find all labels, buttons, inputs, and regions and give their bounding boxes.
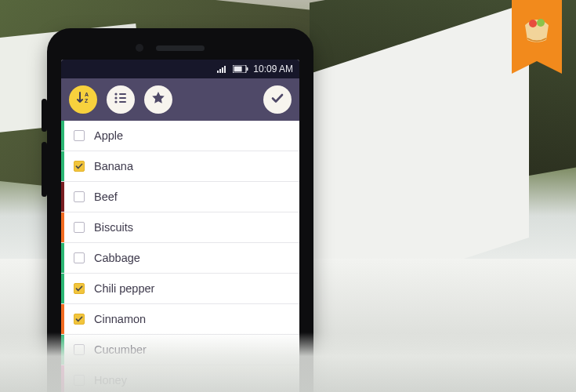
svg-rect-2 (217, 71, 219, 73)
phone-speaker (156, 45, 205, 51)
sort-az-icon: AZ (75, 90, 91, 109)
item-label: Beef (94, 191, 299, 203)
favorites-button[interactable] (144, 85, 172, 114)
confirm-button[interactable] (263, 85, 292, 114)
list-item[interactable]: Apple (61, 121, 299, 151)
status-time: 10:09 AM (253, 64, 293, 74)
item-label: Cinnamon (94, 313, 299, 325)
list-icon (113, 90, 129, 109)
category-color-bar (61, 335, 64, 365)
phone-sensor (136, 44, 143, 52)
status-bar: 10:09 AM (61, 60, 299, 78)
item-checkbox[interactable] (74, 283, 85, 294)
battery-icon (233, 65, 248, 73)
item-checkbox[interactable] (74, 344, 85, 355)
item-checkbox[interactable] (74, 375, 85, 386)
category-color-bar (61, 243, 64, 273)
star-icon (150, 90, 166, 109)
item-label: Biscuits (94, 221, 299, 234)
category-color-bar (61, 182, 64, 212)
phone-screen: 10:09 AM AZ AppleBananaBeefBiscuitsCabba… (61, 60, 299, 392)
svg-rect-4 (222, 67, 223, 73)
svg-rect-3 (219, 69, 221, 73)
item-label: Banana (94, 160, 299, 172)
check-icon (270, 90, 285, 109)
svg-point-12 (114, 96, 117, 99)
promo-scene: 10:09 AM AZ AppleBananaBeefBiscuitsCabba… (0, 0, 576, 392)
category-color-bar (61, 151, 64, 181)
list-item[interactable]: Cucumber (61, 335, 299, 365)
list-item[interactable]: Biscuits (61, 212, 299, 243)
item-checkbox[interactable] (74, 222, 85, 233)
item-checkbox[interactable] (74, 191, 85, 202)
item-checkbox[interactable] (74, 161, 85, 172)
list-item[interactable]: Cabbage (61, 243, 299, 274)
svg-point-0 (529, 20, 537, 27)
svg-rect-7 (247, 67, 248, 71)
phone-frame: 10:09 AM AZ AppleBananaBeefBiscuitsCabba… (47, 28, 313, 392)
app-ribbon-badge (512, 0, 562, 61)
svg-point-13 (114, 100, 117, 103)
item-label: Cucumber (94, 343, 299, 356)
category-color-bar (61, 274, 64, 303)
svg-rect-15 (119, 97, 126, 99)
shopping-list[interactable]: AppleBananaBeefBiscuitsCabbageChili pepp… (61, 121, 299, 392)
svg-rect-16 (119, 101, 126, 103)
app-toolbar: AZ (61, 78, 299, 121)
svg-text:Z: Z (85, 98, 89, 103)
item-label: Chili pepper (94, 282, 299, 295)
item-label: Apple (94, 129, 299, 142)
svg-text:A: A (85, 92, 89, 97)
list-item[interactable]: Beef (61, 182, 299, 212)
list-item[interactable]: Cinnamon (61, 304, 299, 335)
category-color-bar (61, 212, 64, 242)
svg-rect-8 (234, 67, 242, 72)
list-item[interactable]: Chili pepper (61, 274, 299, 304)
sort-az-button[interactable]: AZ (69, 85, 97, 114)
category-color-bar (61, 121, 64, 151)
svg-point-1 (537, 19, 545, 27)
svg-rect-14 (119, 93, 126, 95)
category-color-bar (61, 304, 64, 334)
category-color-bar (61, 365, 64, 392)
item-checkbox[interactable] (74, 130, 85, 141)
item-checkbox[interactable] (74, 252, 85, 263)
list-item[interactable]: Banana (61, 151, 299, 182)
list-view-button[interactable] (107, 85, 135, 114)
signal-icon (217, 65, 228, 73)
item-label: Honey (94, 374, 299, 387)
svg-point-11 (114, 93, 117, 95)
item-label: Cabbage (94, 252, 299, 264)
grocery-bag-icon (520, 12, 553, 45)
svg-rect-5 (224, 66, 226, 73)
list-item[interactable]: Honey (61, 365, 299, 392)
item-checkbox[interactable] (74, 314, 85, 325)
